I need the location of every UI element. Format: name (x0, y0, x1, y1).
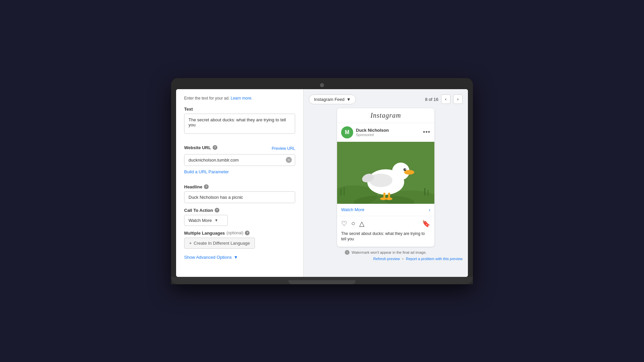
left-panel: Enter the text for your ad. Learn more. … (176, 89, 304, 277)
text-input[interactable]: The secret about ducks: what they are tr… (184, 114, 295, 134)
cta-value: Watch More (189, 218, 212, 223)
url-label-row: Website URL ? 8 of 16 Preview URL (184, 145, 295, 152)
preview-url-link[interactable]: Preview URL (272, 146, 295, 151)
multiple-lang-group: Multiple Languages (optional) ? + Create… (184, 231, 295, 249)
website-url-label: Website URL ? (184, 145, 217, 150)
laptop-outer: Enter the text for your ad. Learn more. … (171, 78, 473, 284)
report-problem-link[interactable]: Report a problem with this preview (406, 257, 463, 261)
website-url-group: Website URL ? 8 of 16 Preview URL × Buil… (184, 145, 295, 180)
svg-rect-6 (424, 188, 425, 195)
ig-user-name: Duck Nicholson (356, 128, 389, 133)
cta-dropdown-arrow: ▼ (215, 218, 218, 222)
ig-more-icon[interactable]: ••• (423, 129, 430, 136)
url-input-wrap: × (184, 154, 295, 166)
show-advanced-arrow: ▼ (234, 255, 238, 260)
cta-label: Call To Action ? (184, 208, 295, 213)
show-advanced-options-link[interactable]: Show Advanced Options ▼ (184, 255, 295, 260)
show-advanced-label: Show Advanced Options (184, 255, 232, 260)
ig-actions: ♡ ○ △ 🔖 (337, 216, 434, 230)
multiple-lang-label: Multiple Languages (optional) ? (184, 231, 295, 236)
feed-dropdown-arrow: ▼ (346, 97, 351, 102)
ig-bookmark-icon[interactable]: 🔖 (422, 220, 430, 228)
build-url-link[interactable]: Build a URL Parameter (184, 169, 229, 174)
cta-help-icon[interactable]: ? (215, 208, 219, 213)
ig-watch-more-chevron: › (429, 207, 430, 213)
feed-dropdown-button[interactable]: Instagram Feed ▼ (309, 95, 356, 104)
watermark-text: Watermark won't appear in the final ad i… (352, 250, 427, 254)
laptop-base (171, 277, 473, 284)
cta-dropdown-button[interactable]: Watch More ▼ (184, 215, 228, 226)
svg-point-18 (386, 197, 392, 200)
ig-sponsored-text: Sponsored (356, 133, 389, 137)
website-url-input[interactable] (184, 154, 295, 166)
ig-watch-more-row[interactable]: Watch More › (337, 204, 434, 216)
screen-content: Enter the text for your ad. Learn more. … (176, 89, 468, 277)
watermark-info-icon: i (345, 250, 350, 255)
pagination: 8 of 16 ‹ › (425, 95, 463, 104)
refresh-preview-link[interactable]: Refresh preview (373, 257, 400, 261)
create-lang-label: Create In Different Language (194, 241, 250, 246)
ig-comment-icon[interactable]: ○ (351, 220, 355, 227)
cta-group: Call To Action ? Watch More ▼ (184, 208, 295, 226)
ig-header-bar: Instagram (337, 108, 434, 123)
ig-share-icon[interactable]: △ (359, 220, 364, 228)
watermark-note: i Watermark won't appear in the final ad… (309, 250, 463, 255)
headline-help-icon[interactable]: ? (204, 184, 209, 189)
text-field-group: Text The secret about ducks: what they a… (184, 107, 295, 140)
ig-image: © stock (337, 142, 434, 204)
info-text: Enter the text for your ad. Learn more. (184, 96, 295, 101)
refresh-links: Refresh preview • Report a problem with … (309, 257, 463, 261)
prev-page-button[interactable]: ‹ (441, 95, 450, 104)
svg-text:© stock: © stock (380, 172, 391, 176)
dot-separator: • (402, 257, 404, 261)
laptop-camera (320, 83, 324, 87)
svg-rect-4 (340, 189, 341, 195)
ig-heart-icon[interactable]: ♡ (341, 220, 347, 228)
svg-rect-7 (428, 190, 428, 196)
instagram-card: Instagram M Duck Nicholson Sponsored ••• (337, 108, 434, 247)
learn-more-link[interactable]: Learn more. (231, 96, 253, 101)
headline-label: Headline ? (184, 184, 295, 189)
next-page-button[interactable]: › (453, 95, 463, 104)
svg-rect-5 (344, 187, 344, 195)
ig-avatar: M (341, 126, 353, 138)
plus-icon: + (189, 241, 192, 246)
ig-caption: The secret about ducks: what they are tr… (337, 230, 434, 247)
lang-help-icon[interactable]: ? (245, 231, 250, 235)
ig-user-details: Duck Nicholson Sponsored (356, 128, 389, 137)
headline-input[interactable] (184, 191, 295, 203)
preview-header: Instagram Feed ▼ 8 of 16 ‹ › (309, 95, 463, 104)
laptop-screen: Enter the text for your ad. Learn more. … (176, 89, 468, 277)
text-label: Text (184, 107, 295, 112)
page-indicator: 8 of 16 (425, 97, 438, 102)
ig-logo: Instagram (340, 112, 431, 119)
headline-group: Headline ? (184, 184, 295, 203)
ig-watch-more-text: Watch More (341, 207, 365, 212)
website-url-help-icon[interactable]: ? (213, 145, 217, 150)
feed-label: Instagram Feed (314, 97, 344, 102)
right-panel: Instagram Feed ▼ 8 of 16 ‹ › Instagram (304, 89, 468, 277)
clear-url-button[interactable]: × (286, 157, 292, 163)
ig-post-header: M Duck Nicholson Sponsored ••• (337, 123, 434, 142)
ig-user-info: M Duck Nicholson Sponsored (341, 126, 389, 138)
svg-point-12 (405, 169, 406, 170)
create-language-button[interactable]: + Create In Different Language (184, 238, 255, 249)
ig-action-left: ♡ ○ △ (341, 220, 364, 228)
